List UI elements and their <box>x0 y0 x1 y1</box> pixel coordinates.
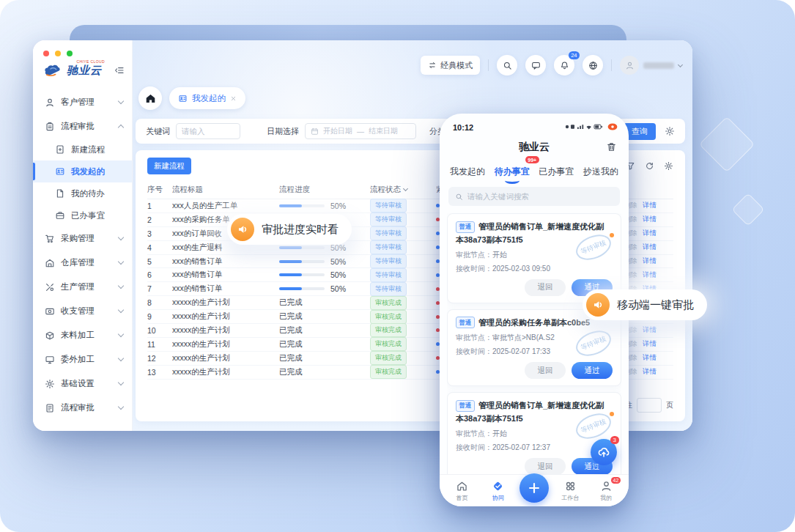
node-label: 审批节点： <box>456 333 492 341</box>
table-settings-icon[interactable] <box>664 161 673 171</box>
flow-status: 审核完成 <box>370 310 436 324</box>
mobile-tab-0[interactable]: 我发起的 <box>450 162 485 181</box>
page-number-input[interactable] <box>637 398 662 413</box>
card-buttons: 退回通过 <box>456 458 613 474</box>
filter-settings-icon[interactable] <box>665 126 675 136</box>
status-badge: 等待审核 <box>370 240 407 254</box>
progress-done-text: 已完成 <box>279 325 303 336</box>
table-tool-icons <box>626 161 673 171</box>
maximize-window-button[interactable] <box>67 51 73 56</box>
sidebar-item-5[interactable]: 收支管理 <box>33 299 132 323</box>
detail-link[interactable]: 详情 <box>643 325 657 335</box>
detail-link[interactable]: 详情 <box>643 215 657 224</box>
progress-text: 50% <box>330 202 346 210</box>
close-icon[interactable] <box>230 95 237 102</box>
notifications-button[interactable]: 24 <box>554 55 574 75</box>
approve-button[interactable]: 通过 <box>572 362 613 379</box>
sidebar-subitem-0[interactable]: 新建流程 <box>33 138 132 160</box>
globe-icon <box>588 61 598 70</box>
trash-icon[interactable] <box>606 141 617 152</box>
home-icon <box>145 93 156 104</box>
detail-link[interactable]: 详情 <box>643 243 657 252</box>
mobile-nav-首页[interactable]: 首页 <box>448 480 477 502</box>
row-index: 6 <box>147 270 172 279</box>
mobile-card-list: 普通管理员的销售订单_新增速度优化副本38a73副本751f5等待审核审批节点：… <box>447 213 621 474</box>
approval-card[interactable]: 普通管理员的采购任务单副本c0be5等待审核审批节点：审批节点>NB(A.S2接… <box>447 309 621 387</box>
mobile-tab-label: 我发起的 <box>450 166 485 178</box>
mobile-nav-协同[interactable]: 协同 <box>484 480 513 502</box>
flow-progress: 50% <box>279 202 370 210</box>
search-icon <box>455 193 463 201</box>
chevron-up-icon <box>118 125 124 130</box>
sidebar-item-8[interactable]: 基础设置 <box>33 372 132 396</box>
close-window-button[interactable] <box>43 51 49 56</box>
mobile-tab-2[interactable]: 已办事宜 <box>539 162 574 181</box>
chevron-down-icon <box>118 380 124 385</box>
decor-cube <box>699 117 755 172</box>
sidebar-item-9[interactable]: 流程审批 <box>33 396 132 420</box>
detail-link[interactable]: 详情 <box>643 229 657 238</box>
date-start-placeholder: 开始日期 <box>323 126 352 136</box>
flow-title: xxxxx的生产计划 <box>172 311 279 322</box>
sidebar-item-icon <box>45 379 55 389</box>
home-tab-button[interactable] <box>138 86 162 110</box>
sidebar-item-6[interactable]: 来料加工 <box>33 323 132 347</box>
new-flow-button[interactable]: 新建流程 <box>147 158 191 174</box>
sidebar-subitem-2[interactable]: 我的待办 <box>33 182 132 204</box>
mobile-nav-plus[interactable] <box>519 479 549 503</box>
detail-link[interactable]: 详情 <box>643 353 657 363</box>
detail-link[interactable]: 详情 <box>643 270 657 280</box>
node-value: 开始 <box>492 251 507 259</box>
cloud-upload-fab[interactable]: 3 <box>591 439 617 465</box>
user-menu[interactable] <box>620 56 682 75</box>
row-index: 10 <box>147 326 172 335</box>
tooltip-text: 移动端一键审批 <box>617 298 694 312</box>
nav-label: 工作台 <box>561 494 579 502</box>
sidebar-subitem-1[interactable]: 我发起的 <box>33 160 132 182</box>
date-range-input[interactable]: 开始日期 — 结束日期 <box>305 123 416 139</box>
detail-link[interactable]: 详情 <box>643 201 657 210</box>
minimize-window-button[interactable] <box>55 51 61 56</box>
detail-link[interactable]: 详情 <box>643 256 657 266</box>
card-priority-badge: 普通 <box>456 317 475 328</box>
sidebar-subitem-label: 已办事宜 <box>71 210 105 221</box>
messages-button[interactable] <box>525 55 546 75</box>
page-background: 驰业云 CHIYE CLOUD 客户管理流程审批新建流程我发起的我的待办已办事宜… <box>0 0 795 532</box>
search-button[interactable] <box>497 55 517 75</box>
sidebar-item-1[interactable]: 流程审批 <box>33 114 132 138</box>
tab-my-initiated[interactable]: 我发起的 <box>169 87 245 109</box>
sidebar-subitem-3[interactable]: 已办事宜 <box>33 204 132 226</box>
flow-progress: 已完成 <box>279 311 370 322</box>
refresh-icon[interactable] <box>645 161 654 171</box>
mobile-nav-工作台[interactable]: 工作台 <box>555 480 585 502</box>
chat-icon <box>531 61 541 70</box>
table-header-3[interactable]: 流程状态 <box>370 185 436 195</box>
user-icon <box>625 61 635 70</box>
sidebar-item-4[interactable]: 生产管理 <box>33 275 132 299</box>
flow-status: 等待审核 <box>370 226 436 240</box>
language-button[interactable] <box>583 55 603 75</box>
detail-link[interactable]: 详情 <box>643 339 657 349</box>
sidebar-item-7[interactable]: 委外加工 <box>33 347 132 372</box>
sidebar-item-0[interactable]: 客户管理 <box>33 90 132 114</box>
mobile-search-bar[interactable] <box>448 187 620 206</box>
user-name-redacted <box>643 62 674 69</box>
classic-mode-button[interactable]: 经典模式 <box>421 56 480 75</box>
mobile-tab-3[interactable]: 抄送我的 <box>583 162 618 181</box>
mobile-tab-1[interactable]: 待办事宜99+ <box>495 162 530 181</box>
keyword-input[interactable] <box>176 123 240 139</box>
sidebar-collapse-icon[interactable] <box>114 65 125 75</box>
reject-button[interactable]: 退回 <box>525 362 566 379</box>
detail-link[interactable]: 详情 <box>643 367 657 377</box>
sidebar-item-2[interactable]: 采购管理 <box>33 226 132 251</box>
bell-icon <box>560 61 569 70</box>
reject-button[interactable]: 退回 <box>525 458 566 474</box>
progress-fill <box>279 204 302 207</box>
sidebar-item-3[interactable]: 仓库管理 <box>33 251 132 275</box>
flow-title: xxx的销售订单 <box>172 284 279 294</box>
notification-badge: 24 <box>569 51 580 59</box>
mobile-nav-我的[interactable]: 我的42 <box>591 480 621 502</box>
mobile-search-input[interactable] <box>467 192 613 201</box>
reject-button[interactable]: 退回 <box>525 279 566 296</box>
add-button[interactable] <box>519 473 549 503</box>
